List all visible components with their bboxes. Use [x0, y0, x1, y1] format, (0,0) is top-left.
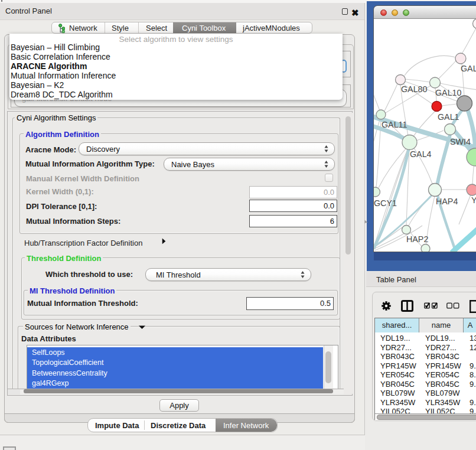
svg-text:YM: YM	[471, 195, 476, 205]
svg-text:GAL80: GAL80	[401, 84, 428, 94]
svg-text:HAP4: HAP4	[436, 197, 458, 206]
svg-text:HAP2: HAP2	[406, 234, 428, 244]
svg-text:GAL11: GAL11	[382, 120, 407, 129]
svg-text:GAL4: GAL4	[410, 149, 432, 159]
svg-text:GAL7: GAL7	[461, 64, 476, 73]
svg-text:GAL10: GAL10	[435, 88, 462, 97]
svg-text:GCY1: GCY1	[374, 198, 397, 208]
svg-text:SWI4: SWI4	[450, 137, 471, 146]
svg-text:GAL1: GAL1	[438, 112, 459, 122]
